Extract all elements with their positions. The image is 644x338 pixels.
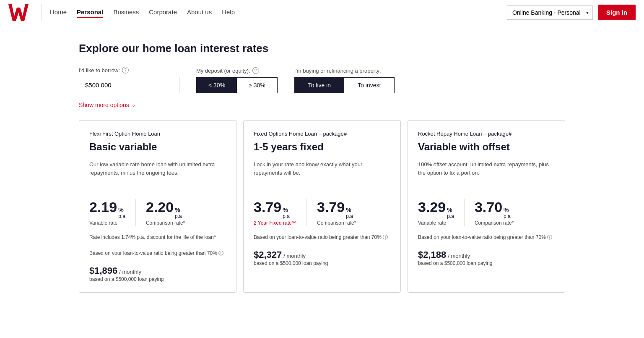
- card-3-variable-rate-number: 3.29: [418, 199, 446, 215]
- card-1-note1: Rate includes 1.74% p.a. discount for th…: [89, 233, 226, 241]
- card-2-comparison-rate-percent: %: [346, 207, 353, 213]
- card-3-comparison-rate-label: Comparison rate*: [475, 220, 514, 226]
- deposit-filter: My deposit (or equity): ? < 30% ≥ 30%: [196, 67, 278, 93]
- card-3-description: 100% offset account, unlimited extra rep…: [418, 160, 555, 190]
- card-1-title: Basic variable: [89, 141, 226, 153]
- card-1-monthly-label: / monthly: [119, 269, 141, 275]
- card-2-description: Lock in your rate and know exactly what …: [254, 160, 390, 190]
- deposit-help-icon[interactable]: ?: [252, 67, 259, 74]
- card-1-comparison-rate-number: 2.20: [146, 199, 174, 215]
- deposit-gte-30-btn[interactable]: ≥ 30%: [237, 78, 277, 93]
- property-label: I'm buying or refinancing a property:: [294, 68, 395, 74]
- nav-help[interactable]: Help: [222, 7, 235, 18]
- sign-in-button[interactable]: Sign in: [598, 5, 636, 20]
- property-filter: I'm buying or refinancing a property: To…: [294, 68, 395, 93]
- card-2-rate-divider: [306, 199, 307, 226]
- property-toggle: To live in To invest: [294, 77, 395, 93]
- show-more-options[interactable]: Show more options ⌄: [79, 102, 565, 108]
- borrow-label: I'd like to borrow: ?: [79, 67, 179, 73]
- card-1-variable-rate-number: 2.19: [89, 199, 117, 215]
- card-3-comparison-rate-percent: %: [504, 207, 511, 213]
- card-2-monthly-sub: based on a $500,000 loan paying: [254, 260, 390, 266]
- card-2-product-name: Fixed Options Home Loan – package#: [254, 131, 390, 137]
- card-1-variable-rate: 2.19 % p.a Variable rate: [89, 199, 125, 226]
- card-1-monthly-amount: $1,896: [89, 265, 117, 276]
- loan-cards-grid: Flexi First Option Home Loan Basic varia…: [79, 120, 565, 293]
- card-3-comparison-rate: 3.70 % p.a Comparison rate*: [475, 199, 514, 226]
- card-basic-variable: Flexi First Option Home Loan Basic varia…: [79, 120, 236, 293]
- card-1-comparison-rate: 2.20 % p.a Comparison rate*: [146, 199, 185, 226]
- card-2-fixed-rate-percent: %: [283, 207, 290, 213]
- page-title: Explore our home loan interest rates: [79, 42, 565, 55]
- card-1-comparison-rate-label: Comparison rate*: [146, 220, 185, 226]
- card-3-rates: 3.29 % p.a Variable rate 3.70 % p.: [418, 199, 555, 226]
- card-3-variable-rate-label: Variable rate: [418, 220, 454, 226]
- card-1-variable-rate-percent: %: [118, 207, 125, 213]
- card-1-product-name: Flexi First Option Home Loan: [89, 131, 226, 137]
- nav-right: Online Banking - Personal Sign in: [507, 5, 636, 20]
- card-2-fixed-rate-label[interactable]: 2 Year Fixed rate^^: [254, 220, 296, 226]
- card-3-product-name: Rocket Repay Home Loan – package#: [418, 131, 555, 137]
- card-1-variable-rate-label: Variable rate: [89, 220, 125, 226]
- nav-home[interactable]: Home: [50, 7, 67, 18]
- card-1-comparison-rate-percent: %: [175, 207, 182, 213]
- card-3-monthly-sub: based on a $500,000 loan paying: [418, 260, 555, 266]
- card-variable-offset: Rocket Repay Home Loan – package# Variab…: [408, 120, 565, 293]
- filters-section: I'd like to borrow: ? My deposit (or equ…: [79, 67, 565, 93]
- card-2-fixed-rate: 3.79 % p.a 2 Year Fixed rate^^: [254, 199, 296, 226]
- card-1-comparison-rate-pa: p.a: [175, 213, 182, 219]
- navigation: Home Personal Business Corporate About u…: [0, 0, 644, 25]
- svg-marker-0: [8, 4, 29, 21]
- borrow-input[interactable]: [79, 77, 179, 93]
- card-3-note2: Based on your loan-to-value ratio being …: [418, 233, 555, 241]
- card-2-monthly-label: / monthly: [283, 253, 306, 259]
- to-live-in-btn[interactable]: To live in: [295, 78, 344, 93]
- card-1-variable-rate-pa: p.a: [118, 213, 125, 219]
- online-banking-select[interactable]: Online Banking - Personal: [507, 5, 593, 20]
- card-2-rates: 3.79 % p.a 2 Year Fixed rate^^ 3.79 %: [254, 199, 390, 226]
- card-1-note2: Based on your loan-to-value ratio being …: [89, 249, 226, 257]
- card-1-description: Our low variable rate home loan with unl…: [89, 160, 226, 190]
- card-2-fixed-rate-number: 3.79: [254, 199, 281, 215]
- online-banking-wrapper: Online Banking - Personal: [507, 5, 593, 20]
- card-3-variable-rate-pa: p.a: [447, 213, 454, 219]
- card-3-variable-rate: 3.29 % p.a Variable rate: [418, 199, 454, 226]
- card-3-comparison-rate-pa: p.a: [504, 213, 511, 219]
- nav-business[interactable]: Business: [113, 7, 139, 18]
- nav-links: Home Personal Business Corporate About u…: [50, 7, 507, 18]
- nav-divider: [41, 4, 42, 21]
- card-3-comparison-rate-number: 3.70: [475, 199, 502, 215]
- card-2-comparison-rate-number: 3.79: [317, 199, 345, 215]
- card-fixed: Fixed Options Home Loan – package# 1-5 y…: [243, 120, 401, 293]
- borrow-filter: I'd like to borrow: ?: [79, 67, 179, 93]
- card-2-comparison-rate-label: Comparison rate*: [317, 220, 356, 226]
- show-more-arrow-icon: ⌄: [132, 102, 136, 108]
- card-2-comparison-rate: 3.79 % p.a Comparison rate*: [317, 199, 356, 226]
- nav-personal[interactable]: Personal: [77, 7, 103, 18]
- card-2-title: 1-5 years fixed: [254, 141, 390, 153]
- to-invest-btn[interactable]: To invest: [344, 78, 394, 93]
- card-3-monthly-amount: $2,188: [418, 249, 446, 260]
- nav-corporate[interactable]: Corporate: [149, 7, 177, 18]
- card-1-monthly: $1,896 / monthly: [89, 265, 226, 276]
- card-3-rate-divider: [464, 199, 465, 226]
- card-3-monthly: $2,188 / monthly: [418, 249, 555, 260]
- card-2-fixed-rate-pa: p.a: [283, 213, 290, 219]
- deposit-less-30-btn[interactable]: < 30%: [197, 78, 237, 93]
- nav-about[interactable]: About us: [187, 7, 212, 18]
- card-2-monthly-amount: $2,327: [254, 249, 282, 260]
- card-2-comparison-rate-pa: p.a: [346, 213, 353, 219]
- card-1-rates: 2.19 % p.a Variable rate 2.20 % p.: [89, 199, 226, 226]
- deposit-label: My deposit (or equity): ?: [196, 67, 278, 74]
- card-3-monthly-label: / monthly: [448, 253, 470, 259]
- main-content: Explore our home loan interest rates I'd…: [70, 25, 574, 293]
- card-1-rate-divider: [135, 199, 136, 226]
- card-2-note2: Based on your loan-to-value ratio being …: [254, 233, 390, 241]
- card-3-variable-rate-percent: %: [447, 207, 454, 213]
- card-1-monthly-sub: based on a $500,000 loan paying: [89, 276, 226, 282]
- deposit-toggle: < 30% ≥ 30%: [196, 77, 278, 93]
- westpac-logo[interactable]: [8, 4, 29, 21]
- borrow-help-icon[interactable]: ?: [122, 67, 129, 73]
- card-3-title: Variable with offset: [418, 141, 555, 153]
- card-2-monthly: $2,327 / monthly: [254, 249, 390, 260]
